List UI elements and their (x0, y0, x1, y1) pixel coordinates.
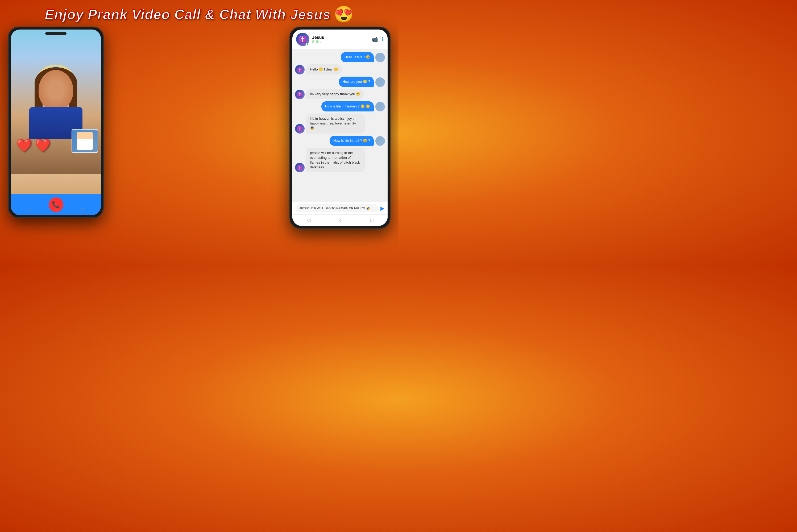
message-row: How are you 😁 ? (295, 77, 385, 87)
jesus-avatar-chat: ✝️ (295, 124, 305, 134)
contact-info: Jesus Online (312, 35, 369, 44)
info-icon[interactable]: ℹ (382, 36, 384, 42)
home-nav[interactable]: ○ (55, 207, 57, 212)
contact-name: Jesus (312, 35, 369, 40)
video-call-icon[interactable]: 📹 (372, 36, 378, 42)
online-indicator (306, 43, 309, 45)
jesus-face (29, 65, 82, 139)
heart-icon-1: ❤️ (16, 138, 32, 153)
message-bubble: Im very very happy thank you 😁 (306, 89, 364, 99)
user-avatar (375, 77, 385, 87)
jesus-avatar-chat: ✝️ (295, 65, 305, 75)
messages-list: Dear Jesus..! 🤣 ✝️ Hello 🙂 ! dear 😊 How … (292, 50, 387, 202)
message-bubble: Hello 🙂 ! dear 😊 (306, 64, 342, 75)
phone-right: ✝️ Jesus Online 📹 ℹ Dear Jesus..! 🤣 ✝️ (289, 26, 391, 229)
chat-input[interactable]: AFTER I DIE WILL I GO TO HEAVEN OR HELL … (296, 204, 378, 212)
back-nav-right[interactable]: ◁ (307, 217, 310, 223)
user-avatar (375, 53, 385, 62)
back-nav[interactable]: ◁ (28, 207, 31, 212)
message-row: ✝️ Hello 🙂 ! dear 😊 (295, 64, 385, 75)
chat-input-area: AFTER I DIE WILL I GO TO HEAVEN OR HELL … (292, 202, 387, 214)
message-bubble: Dear Jesus..! 🤣 (341, 52, 374, 62)
message-row: ✝️ people will be burning in the everlas… (295, 148, 385, 173)
input-text: AFTER I DIE WILL I GO TO HEAVEN OR HELL … (299, 207, 370, 210)
contact-avatar: ✝️ (296, 33, 309, 46)
app-title: Enjoy Prank Video Call & Chat With Jesus (45, 6, 331, 22)
message-row: Dear Jesus..! 🤣 (295, 52, 385, 62)
title-emoji: 😍 (334, 5, 354, 24)
heart-icon-2: ❤️ (35, 138, 51, 153)
phone-left-nav: ◁ ○ □ (11, 207, 101, 212)
message-row: How is life in hell ? 😊 ? (295, 136, 385, 146)
jesus-avatar-chat: ✝️ (295, 90, 305, 99)
notch-left (45, 32, 67, 35)
message-row: ✝️ Im very very happy thank you 😁 (295, 89, 385, 99)
center-person (82, 21, 295, 266)
header-actions: 📹 ℹ (372, 36, 384, 42)
jesus-head (39, 70, 73, 110)
jesus-avatar-chat: ✝️ (295, 163, 305, 172)
thumb-person (77, 132, 93, 150)
home-nav-right[interactable]: ○ (339, 217, 342, 223)
person-body (144, 56, 234, 266)
jesus-video: ❤️ ❤️ (11, 30, 101, 174)
user-avatar (375, 102, 385, 111)
message-bubble: How are you 😁 ? (339, 77, 374, 87)
hearts-overlay: ❤️ ❤️ (16, 138, 51, 153)
message-bubble: How is life in hell ? 😊 ? (329, 136, 374, 146)
video-call-screen: ❤️ ❤️ 📞 (11, 30, 101, 215)
contact-status: Online (312, 40, 369, 44)
message-bubble: How is life in heaven ? 😊 😊 (321, 101, 374, 111)
phone-right-inner: ✝️ Jesus Online 📹 ℹ Dear Jesus..! 🤣 ✝️ (292, 30, 387, 226)
message-row: How is life in heaven ? 😊 😊 (295, 101, 385, 111)
recents-nav[interactable]: □ (81, 207, 84, 212)
phone-left: ❤️ ❤️ 📞 ◁ ○ □ (8, 26, 104, 218)
phone-left-inner: ❤️ ❤️ 📞 ◁ ○ □ (11, 30, 101, 215)
send-button[interactable]: ▶ (380, 205, 384, 211)
message-row: ✝️ life in heaven is a bliss , joy , hap… (295, 114, 385, 134)
phone-right-nav: ◁ ○ □ (292, 214, 387, 226)
chat-header: ✝️ Jesus Online 📹 ℹ (292, 30, 387, 50)
message-bubble: life in heaven is a bliss , joy , happin… (306, 114, 365, 134)
user-avatar (375, 136, 385, 146)
self-thumbnail (72, 129, 98, 153)
title-area: Enjoy Prank Video Call & Chat With Jesus… (45, 5, 354, 24)
recents-nav-right[interactable]: □ (370, 217, 373, 223)
message-bubble: people will be burning in the everlastin… (306, 148, 365, 173)
call-controls: 📞 (11, 194, 101, 215)
